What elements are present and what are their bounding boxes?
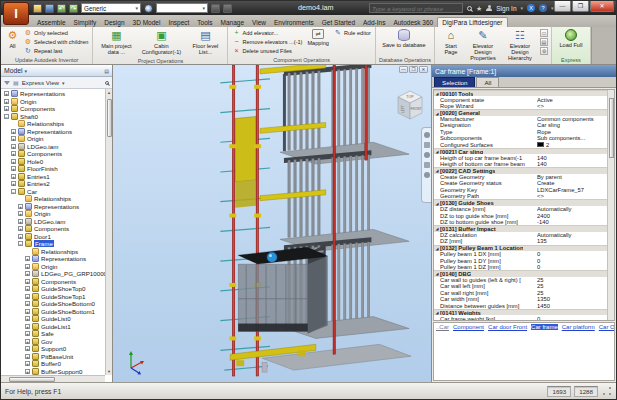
property-row[interactable]: ◢ Car width [mm] 1350	[434, 296, 607, 302]
property-row[interactable]: ◢ Geometry Key LDXCarFrame_57	[434, 187, 607, 193]
tree-item[interactable]: + GuideShoeBottom0	[2, 300, 105, 308]
tree-item[interactable]: + Representations	[2, 255, 105, 263]
load-full-button[interactable]: Load Full	[557, 28, 584, 49]
related-link[interactable]: Car frame	[531, 324, 558, 330]
tree-item[interactable]: + Components	[2, 150, 105, 158]
expand-toggle-icon[interactable]: +	[25, 264, 30, 269]
expand-toggle-icon[interactable]: +	[25, 354, 30, 359]
ribbon-tab[interactable]: Inspect	[164, 18, 193, 27]
favorites-icon[interactable]: ★	[476, 5, 482, 12]
only-selected-button[interactable]: ⚙ Only selected	[23, 28, 89, 37]
tree-item[interactable]: + GuideShoeBottom1	[2, 308, 105, 316]
ribbon-tab[interactable]: Assemble	[33, 18, 70, 27]
search-icon[interactable]	[105, 81, 109, 85]
expand-toggle-icon[interactable]: −	[11, 189, 16, 194]
property-value[interactable]: 2400	[537, 213, 607, 219]
property-value[interactable]: 25	[537, 277, 607, 283]
tree-item[interactable]: − Frame	[2, 240, 105, 248]
expand-toggle-icon[interactable]: +	[11, 151, 16, 156]
ribbon-tab[interactable]: Add-Ins	[359, 18, 389, 27]
search-input[interactable]	[369, 3, 463, 13]
property-row[interactable]: ◢ Pulley beam 1 DX [mm] 0	[434, 251, 607, 257]
expand-toggle-icon[interactable]: +	[25, 361, 30, 366]
tree-item[interactable]: + Entries1	[2, 173, 105, 181]
refresh-icon[interactable]	[211, 4, 220, 13]
expand-toggle-icon[interactable]: +	[18, 226, 23, 231]
group-label[interactable]: Database Operations	[376, 56, 434, 64]
property-row[interactable]: ◢ DZ to top guide shoe [mm] 2400	[434, 212, 607, 218]
add-elevator-button[interactable]: + Add elevator...	[231, 28, 303, 37]
chevron-down-icon[interactable]: ▾	[521, 5, 524, 11]
start-page-button[interactable]: ⌂ Start Page	[438, 28, 464, 56]
tree-item[interactable]: + Buffer0	[2, 360, 105, 368]
browser-title[interactable]: Model	[4, 67, 23, 74]
group-label[interactable]: Update Autodesk Inventor	[1, 56, 92, 64]
tree-item[interactable]: + Hole0	[2, 158, 105, 166]
scroll-down-icon[interactable]: ▼	[106, 368, 112, 375]
expand-toggle-icon[interactable]: +	[25, 286, 30, 291]
expand-toggle-icon[interactable]: +	[11, 136, 16, 141]
property-value[interactable]: Automatically	[537, 232, 607, 238]
delete-unused-files-button[interactable]: × Delete unused Files	[231, 46, 303, 55]
property-row[interactable]: ◢ DZ to bottom guide shoe [mm] -140	[434, 219, 607, 225]
floor-level-list-button[interactable]: ▤ Floor level List...	[186, 28, 224, 56]
ribbon-tab[interactable]: 3D Model	[129, 18, 165, 27]
expand-toggle-icon[interactable]: +	[11, 166, 16, 171]
property-row[interactable]: ◢ Subcomponents Sub components...	[434, 135, 607, 141]
property-row[interactable]: ◢ Manufacturer Common components	[434, 116, 607, 122]
property-value[interactable]: 0	[537, 316, 607, 321]
expand-toggle-icon[interactable]: +	[18, 234, 23, 239]
property-row[interactable]: ◢ Create Geometry status Create	[434, 180, 607, 186]
panel-options-icon[interactable]: ▤	[104, 68, 109, 74]
chevron-down-icon[interactable]: ▾	[25, 68, 28, 74]
expand-toggle-icon[interactable]: +	[18, 204, 23, 209]
expand-toggle-icon[interactable]: −	[4, 114, 9, 119]
tree-item[interactable]: Relationships	[2, 248, 105, 256]
property-value[interactable]: 2	[537, 142, 607, 148]
tree-item[interactable]: + GuideList0	[2, 315, 105, 323]
property-value[interactable]: Car sling	[537, 122, 607, 128]
appearance-combo[interactable]: ▾	[156, 3, 208, 13]
tree-item[interactable]: + Components	[2, 278, 105, 286]
property-row[interactable]: ◢ Car wall left [mm] 25	[434, 283, 607, 289]
grid-vertical-scrollbar[interactable]	[607, 90, 614, 320]
expand-toggle-icon[interactable]: +	[4, 99, 9, 104]
expand-toggle-icon[interactable]: +	[25, 256, 30, 261]
expand-toggle-icon[interactable]: +	[25, 279, 30, 284]
view-mode-selector[interactable]: Express View	[22, 79, 59, 86]
remove-elevators-button[interactable]: − Remove elevators ...(-1)	[231, 37, 303, 46]
ribbon-tab[interactable]: Simplify	[70, 18, 101, 27]
property-value[interactable]: Rope	[537, 129, 607, 135]
property-row[interactable]: ◢ Designation Car sling	[434, 122, 607, 128]
tree-item[interactable]: + Origin	[2, 263, 105, 271]
scrollbar-thumb[interactable]	[9, 377, 55, 382]
undo-icon[interactable]: ↶	[57, 4, 66, 13]
material-combo[interactable]: Generic ▾	[81, 3, 141, 13]
ribbon-tab[interactable]: Design	[100, 18, 128, 27]
property-value[interactable]: 25	[537, 290, 607, 296]
property-row[interactable]: ◢ Configured Surfaces 2	[434, 142, 607, 148]
related-link[interactable]: ..Car	[436, 324, 449, 330]
expand-toggle-icon[interactable]	[11, 121, 16, 126]
doc-minimize-button[interactable]: —	[399, 66, 408, 73]
cabin-configurator-button[interactable]: ▣ Cabin Configurator(-1)	[138, 28, 184, 56]
expand-toggle-icon[interactable]: +	[18, 211, 23, 216]
mapping-button[interactable]: ⇄ Mapping	[305, 28, 330, 47]
expand-toggle-icon[interactable]: +	[11, 181, 16, 186]
expand-toggle-icon[interactable]: +	[25, 346, 30, 351]
window-tool-icon[interactable]: □	[540, 29, 548, 37]
help-icon[interactable]: ?	[539, 4, 547, 12]
property-row[interactable]: ◢ DZ distance [mm] Automatically	[434, 206, 607, 212]
property-tab[interactable]: Selection	[434, 77, 475, 87]
expand-toggle-icon[interactable]: +	[25, 309, 30, 314]
zoom-icon[interactable]	[424, 152, 430, 158]
property-row[interactable]: ◢ Car wall to guides (left & right) [ 25	[434, 277, 607, 283]
window-tool-icon[interactable]: ⚙	[540, 47, 548, 55]
property-value[interactable]: Automatically	[537, 206, 607, 212]
property-tab[interactable]: All	[476, 77, 499, 87]
expand-toggle-icon[interactable]	[18, 196, 23, 201]
expand-toggle-icon[interactable]	[25, 249, 30, 254]
measure-icon[interactable]	[223, 4, 232, 13]
scroll-up-icon[interactable]: ▲	[106, 89, 112, 96]
save-to-database-button[interactable]: Save to database	[380, 28, 428, 49]
